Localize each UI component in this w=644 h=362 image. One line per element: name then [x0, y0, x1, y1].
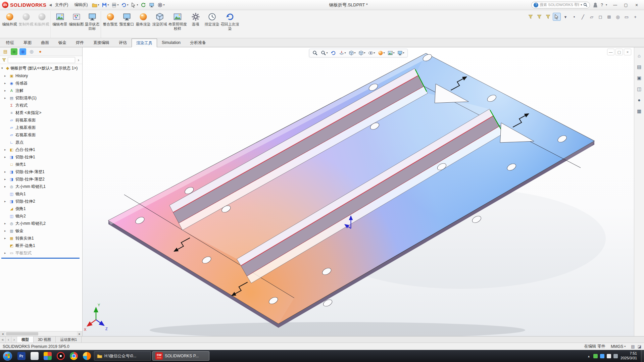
taskbar-window-explorer[interactable]: H:\微信公众号\0... [94, 351, 151, 361]
expander-icon[interactable]: ▸ [4, 251, 8, 255]
scene-illumination-proof-button[interactable]: 布景照明度校样 [168, 11, 187, 38]
save-button[interactable]: ▾ [101, 2, 110, 8]
expander-icon[interactable]: ▸ [4, 200, 8, 203]
filter-vertices-button[interactable] [527, 13, 535, 21]
view-settings-button[interactable]: ▾ [396, 50, 405, 56]
print-button[interactable]: ▾ [110, 2, 119, 8]
tray-cloud-icon[interactable] [600, 354, 604, 358]
displaymanager-tab[interactable]: ● [37, 48, 44, 55]
tree-item[interactable]: ▱ 右视基准面 [0, 131, 82, 139]
lasso-select-button[interactable]: + [631, 13, 639, 21]
expander-icon[interactable]: ▸ [4, 89, 8, 92]
tree-item[interactable]: ◩ 断开-边角1 [0, 242, 82, 249]
help-caret-icon[interactable]: ▾ [606, 4, 607, 6]
tray-security-icon[interactable] [593, 354, 598, 358]
filter-edges-button[interactable] [535, 13, 543, 21]
snap-center-button[interactable]: ◎ [614, 13, 622, 21]
snap-grid-button[interactable]: ⊞ [605, 13, 613, 21]
edit-appearance-button[interactable]: 编辑外观 [1, 11, 18, 38]
taskbar-window-solidworks[interactable]: SW2019 SOLIDWORKS P... [152, 351, 209, 361]
command-tab[interactable]: 评估 [114, 38, 132, 47]
command-tab[interactable]: 特征 [1, 38, 19, 47]
display-settings-button[interactable] [148, 2, 156, 8]
doc-close-button[interactable]: × [624, 49, 631, 55]
appearances-tab[interactable]: ● [636, 96, 643, 104]
open-button[interactable]: ▾ [91, 2, 100, 8]
menu-file[interactable]: 文件(F) [54, 1, 69, 8]
tree-item[interactable]: ▸ ◎ 大小mm 暗销孔1 [0, 183, 82, 190]
snap-line-button[interactable]: ╱ [579, 13, 587, 21]
search-icon[interactable] [583, 3, 588, 7]
tree-item[interactable]: ▸ ▤ 切割清单(1) [0, 94, 82, 102]
select-tool-button[interactable] [553, 13, 561, 21]
rebuild-button[interactable] [140, 2, 147, 8]
copy-appearance-button[interactable]: 复制外观 [18, 11, 34, 38]
restore-button[interactable]: ▢ [621, 1, 631, 9]
tray-volume-icon[interactable] [607, 354, 611, 358]
doc-minimize-button[interactable]: — [607, 49, 614, 55]
preview-window-button[interactable]: 预览窗口 [118, 11, 135, 38]
tree-item[interactable]: ▸ ◨ 切除-拉伸1 [0, 153, 82, 161]
search-box[interactable]: ? 搜索 SOLIDWORKS 帮助 ▾ [531, 2, 590, 8]
unit-system-selector[interactable]: MMGS ▾ [611, 344, 626, 349]
box-select-button[interactable]: ▭ [623, 13, 631, 21]
tree-item[interactable]: ◫ 镜向2 [0, 212, 82, 220]
options-button[interactable]: ▾ [156, 2, 165, 8]
command-tab[interactable]: 渲染工具 [132, 39, 157, 47]
tree-filter-input[interactable] [8, 57, 75, 63]
paste-appearance-button[interactable]: 粘贴外观 [34, 11, 51, 38]
chevron-down-icon[interactable]: ▾ [581, 4, 582, 6]
previous-view-button[interactable] [329, 50, 337, 56]
edit-decal-button[interactable]: 编辑贴图 [68, 11, 85, 38]
taskbar-app-recorder[interactable] [54, 350, 67, 362]
expander-icon[interactable]: ▸ [4, 177, 8, 181]
recall-last-render-button[interactable]: 召回上次渲染 [220, 11, 240, 38]
tray-network-icon[interactable] [613, 354, 618, 358]
model-tab[interactable]: 模型 [17, 337, 34, 343]
menu-edit[interactable]: 编辑(E) [73, 1, 88, 8]
tree-item[interactable]: ▸ ◨ 切除-拉伸2 [0, 198, 82, 205]
snap-face-button[interactable]: ◻ [596, 13, 604, 21]
root-expander-icon[interactable]: ▾ [1, 66, 5, 70]
snap-point-button[interactable]: • [570, 13, 578, 21]
tree-item[interactable]: ▸ ◨ 切除-拉伸-薄壁1 [0, 168, 82, 175]
tree-item[interactable]: ▸ ◉ 传感器 [0, 80, 82, 87]
tree-root-item[interactable]: ▾ ◆ 钢板折弯 (默认<<默认>_显示状态 1>) [0, 64, 82, 72]
expander-icon[interactable]: ▸ [4, 170, 8, 173]
show-desktop-button[interactable] [641, 350, 644, 362]
expander-icon[interactable]: ▸ [4, 229, 8, 232]
scroll-right-button[interactable]: › [11, 337, 17, 343]
graphics-area[interactable]: X Y Z ▾ [83, 47, 634, 336]
command-tab[interactable]: 草图 [19, 38, 36, 47]
doc-restore-button[interactable]: ▢ [615, 49, 623, 55]
filter-faces-button[interactable] [544, 13, 552, 21]
zoom-area-button[interactable]: ▾ [319, 50, 329, 56]
help-menu[interactable]: ? [601, 3, 603, 7]
configurationmanager-tab[interactable]: ◉ [19, 48, 26, 55]
select-button[interactable]: ▾ [130, 2, 139, 8]
menu-collapse-icon[interactable]: ◀ [49, 3, 52, 7]
scroll-first-button[interactable]: « [0, 337, 6, 343]
hide-show-items-button[interactable]: ▾ [367, 50, 376, 56]
undo-button[interactable]: ▾ [120, 2, 129, 8]
scrollbar-thumb[interactable] [6, 332, 38, 335]
expander-icon[interactable]: ▸ [4, 148, 8, 151]
taskbar-clock[interactable]: 7:51 2025/3/31 [621, 351, 638, 361]
scrollbar-right-icon[interactable]: ▸ [77, 331, 82, 336]
expander-icon[interactable]: ▸ [4, 222, 8, 225]
tree-item[interactable]: ▸ ◧ 凸台-拉伸1 [0, 146, 82, 153]
tree-item[interactable]: ▱ 上视基准面 [0, 124, 82, 131]
final-render-button[interactable]: 最终渲染 [135, 11, 151, 38]
tree-horizontal-scrollbar[interactable]: ◂ ▸ [0, 331, 82, 336]
command-tab[interactable]: 直接编辑 [89, 38, 114, 47]
tree-item[interactable]: □ 抽壳1 [0, 161, 82, 168]
view-palette-tab[interactable]: ◫ [636, 85, 643, 93]
propertymanager-tab[interactable]: ◆ [11, 48, 17, 55]
featuremanager-tab[interactable]: ▤ [2, 48, 9, 55]
display-style-button[interactable]: ▾ [357, 50, 366, 56]
panel-expand-icon[interactable]: › [77, 57, 81, 62]
tree-item[interactable]: ▸ ▣ History [0, 72, 82, 80]
tree-item[interactable]: ▸ ▭ 平板型式 [0, 249, 82, 257]
tree-item[interactable]: ▱ 前视基准面 [0, 116, 82, 124]
apply-scene-button[interactable]: ▾ [387, 50, 396, 56]
